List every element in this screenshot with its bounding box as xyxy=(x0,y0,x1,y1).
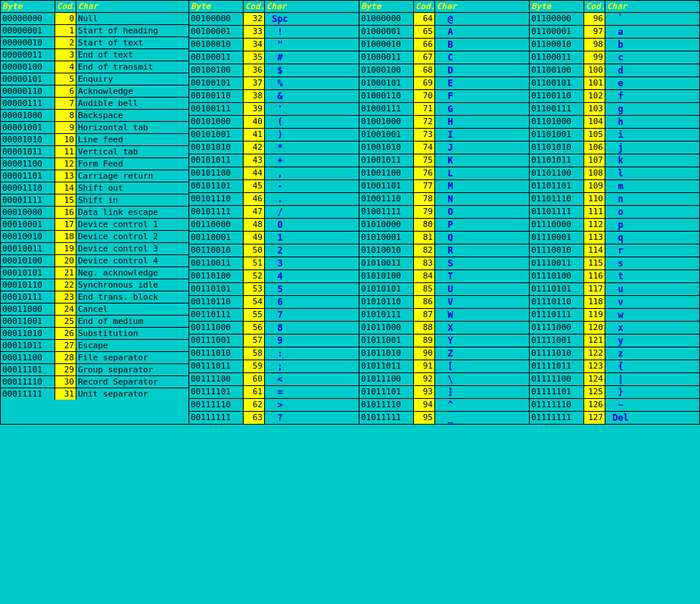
cell-cod: 78 xyxy=(414,193,435,205)
cell-byte: 01111101 xyxy=(530,386,584,398)
cell-char: Device control 3 xyxy=(76,243,188,254)
cell-cod: 81 xyxy=(414,232,435,244)
cell-cod: 24 xyxy=(55,304,76,315)
cell-cod: 122 xyxy=(584,347,605,360)
table-row: 0001111131Unit separator xyxy=(1,388,188,400)
cell-char: ^ xyxy=(435,399,465,411)
cell-char: Synchronous idle xyxy=(76,279,188,291)
cell-char: ! xyxy=(265,26,295,38)
cell-byte: 00011110 xyxy=(1,376,55,388)
table-header: ByteCod.Char xyxy=(359,1,529,13)
cell-byte: 01101110 xyxy=(530,193,584,205)
table-row: 0011110060< xyxy=(189,373,359,386)
table-row: 0010010036$ xyxy=(189,64,359,77)
cell-byte: 01000100 xyxy=(359,64,414,76)
table-row: 01111111127Del xyxy=(530,412,699,424)
table-row: 00110000480 xyxy=(189,219,359,232)
cell-char: w xyxy=(605,309,636,321)
cell-byte: 01101100 xyxy=(530,167,584,179)
cell-cod: 9 xyxy=(55,122,76,133)
cell-byte: 01010110 xyxy=(359,296,414,308)
table-row: 0010011139' xyxy=(189,103,359,116)
cell-char: 8 xyxy=(265,322,295,334)
cell-cod: 18 xyxy=(55,231,76,242)
table-row: 01101111111o xyxy=(530,206,699,219)
header-byte: Byte xyxy=(530,1,584,12)
cell-char: # xyxy=(265,51,295,64)
table-row: 0000111014Shift out xyxy=(1,182,188,195)
cell-char: a xyxy=(605,26,636,38)
cell-char: { xyxy=(605,360,636,372)
table-row: 01100111103g xyxy=(530,103,699,116)
cell-char: @ xyxy=(435,13,465,25)
table-row: 0100111179O xyxy=(359,206,529,219)
table-row: 01111001121y xyxy=(530,335,699,347)
cell-byte: 00100101 xyxy=(189,77,244,89)
table-row: 00111001579 xyxy=(189,335,359,347)
cell-cod: 119 xyxy=(584,309,605,321)
table-row: 01110010114r xyxy=(530,244,699,257)
cell-char: [ xyxy=(435,360,465,372)
cell-cod: 70 xyxy=(414,90,435,102)
table-row: 0101010084T xyxy=(359,270,529,283)
cell-cod: 30 xyxy=(55,376,76,388)
cell-cod: 55 xyxy=(244,309,265,321)
cell-cod: 16 xyxy=(55,207,76,218)
table-row: 0010100040( xyxy=(189,116,359,129)
cell-cod: 80 xyxy=(414,219,435,231)
table-row: 0101011187W xyxy=(359,309,529,322)
cell-char: g xyxy=(605,103,636,115)
cell-char: Data link escape xyxy=(76,207,188,218)
table-row: 000001117Audible bell xyxy=(1,98,188,110)
table-row: 0100011070F xyxy=(359,90,529,103)
cell-cod: 84 xyxy=(414,270,435,282)
cell-char: = xyxy=(265,386,295,398)
cell-cod: 87 xyxy=(414,309,435,321)
cell-char: f xyxy=(605,90,636,102)
cell-cod: 1 xyxy=(55,25,76,36)
header-char: Char xyxy=(605,1,636,12)
cell-char: m xyxy=(605,180,636,192)
table-row: 000010008Backspace xyxy=(1,110,188,122)
cell-byte: 01011111 xyxy=(359,412,414,424)
cell-byte: 00000101 xyxy=(1,73,55,85)
cell-byte: 01001100 xyxy=(359,167,414,179)
cell-byte: 00110000 xyxy=(189,219,244,231)
cell-char: Substitution xyxy=(76,328,188,339)
cell-byte: 01100001 xyxy=(530,26,584,38)
cell-char: Group separator xyxy=(76,364,188,375)
cell-byte: 01110101 xyxy=(530,283,584,295)
cell-char: U xyxy=(435,283,465,295)
cell-cod: 26 xyxy=(55,328,76,339)
cell-cod: 71 xyxy=(414,103,435,115)
cell-cod: 35 xyxy=(244,51,265,64)
table-row: 0100100173I xyxy=(359,129,529,142)
cell-cod: 4 xyxy=(55,61,76,73)
table-row: 0010111147/ xyxy=(189,206,359,219)
cell-byte: 00001010 xyxy=(1,134,55,145)
table-row: 0101011086V xyxy=(359,296,529,309)
cell-cod: 76 xyxy=(414,167,435,179)
cell-char: l xyxy=(605,167,636,179)
cell-char: Cancel xyxy=(76,304,188,315)
table-row: 0011111062> xyxy=(189,399,359,412)
cell-cod: 21 xyxy=(55,267,76,279)
cell-cod: 69 xyxy=(414,77,435,89)
cell-cod: 53 xyxy=(244,283,265,295)
table-row: 0100011171G xyxy=(359,103,529,116)
cell-cod: 52 xyxy=(244,270,265,282)
cell-cod: 40 xyxy=(244,116,265,128)
table-header: ByteCod.Char xyxy=(1,1,188,13)
cell-char: ; xyxy=(265,360,295,372)
cell-char: T xyxy=(435,270,465,282)
cell-byte: 01001000 xyxy=(359,116,414,128)
cell-byte: 01001110 xyxy=(359,193,414,205)
cell-byte: 00100001 xyxy=(189,26,244,38)
cell-byte: 00110110 xyxy=(189,296,244,308)
cell-byte: 01000101 xyxy=(359,77,414,89)
cell-char: ) xyxy=(265,129,295,141)
cell-char: ( xyxy=(265,116,295,128)
cell-char: Device control 4 xyxy=(76,255,188,266)
table-row: 000001015Enquiry xyxy=(1,73,188,86)
cell-char: y xyxy=(605,335,636,347)
